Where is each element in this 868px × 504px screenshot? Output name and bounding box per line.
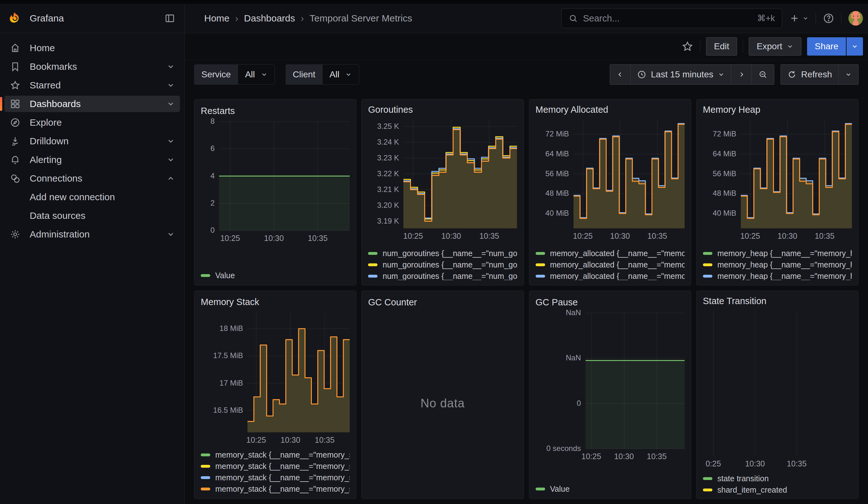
- time-range-picker[interactable]: Last 15 minutes: [630, 65, 731, 84]
- state-transition-chart: 0:2510:3010:35: [703, 311, 852, 471]
- sidebar-item-alerting[interactable]: Alerting: [4, 152, 180, 168]
- panel-memory-stack[interactable]: Memory Stack 16.5 MiB17 MiB17.5 MiB18 Mi…: [194, 290, 356, 499]
- panel-state-transition[interactable]: State Transition 0:2510:3010:35 state tr…: [696, 290, 859, 499]
- top-navigation: Grafana Home › Dashboards › Temporal Ser…: [0, 4, 868, 33]
- share-button[interactable]: Share: [807, 37, 846, 55]
- legend-item[interactable]: state transition: [703, 474, 852, 483]
- legend-item[interactable]: memory_allocated {__name__="memo: [536, 248, 685, 258]
- panel-grid: Restarts 0246810:2510:3010:35 Value Goro…: [194, 99, 859, 499]
- x-tick-label: 10:35: [635, 452, 679, 461]
- sidebar-item-bookmarks[interactable]: Bookmarks: [4, 59, 180, 75]
- export-button[interactable]: Export: [749, 37, 802, 55]
- dashboard-canvas: Service All Client All: [185, 60, 868, 504]
- chevron-up-icon[interactable]: [167, 174, 175, 183]
- y-tick-label: 18 MiB: [201, 324, 243, 333]
- time-controls: Last 15 minutes Refresh: [610, 64, 859, 85]
- sidebar-item-data-sources[interactable]: Data sources: [4, 207, 180, 224]
- legend-item[interactable]: num_goroutines {__name__="num_go: [368, 248, 517, 258]
- legend: Value: [201, 267, 350, 280]
- sidebar-item-dashboards[interactable]: Dashboards: [4, 96, 180, 112]
- legend-label: memory_stack {__name__="memory_s: [215, 462, 350, 471]
- legend-item[interactable]: memory_heap {__name__="memory_h: [703, 248, 852, 258]
- legend-item[interactable]: memory_stack {__name__="memory_s: [201, 461, 350, 471]
- zoom-out-icon: [758, 70, 768, 79]
- legend-item[interactable]: memory_heap {__name__="memory_h: [703, 260, 852, 269]
- chevron-down-icon[interactable]: [167, 63, 175, 71]
- chevron-left-icon: [617, 71, 624, 78]
- edit-button[interactable]: Edit: [706, 37, 737, 55]
- dashboards-icon: [9, 98, 21, 110]
- refresh-button[interactable]: Refresh: [781, 65, 838, 84]
- help-button[interactable]: [823, 13, 834, 24]
- chevron-down-icon: [261, 71, 268, 78]
- legend-label: memory_stack {__name__="memory_s: [215, 484, 350, 494]
- client-variable-select[interactable]: All: [322, 65, 359, 84]
- panel-gc-pause[interactable]: GC Pause 0 seconds0NaNNaN10:2510:3010:35…: [529, 290, 691, 499]
- legend-item[interactable]: Value: [536, 484, 685, 494]
- legend-item[interactable]: memory_heap {__name__="memory_h: [703, 271, 852, 280]
- chevron-down-icon[interactable]: [167, 81, 175, 89]
- time-shift-forward-button[interactable]: [731, 65, 752, 84]
- legend-item[interactable]: memory_stack {__name__="memory_s: [201, 484, 350, 494]
- panel-memory-heap[interactable]: Memory Heap 40 MiB48 MiB56 MiB64 MiB72 M…: [696, 99, 859, 286]
- legend: memory_stack {__name__="memory_s memory_…: [201, 447, 350, 494]
- chevron-down-icon[interactable]: [167, 230, 175, 238]
- no-data-message: No data: [368, 313, 517, 494]
- service-variable-label: Service: [194, 65, 238, 84]
- panel-restarts[interactable]: Restarts 0246810:2510:3010:35 Value: [194, 99, 356, 286]
- favorite-star-button[interactable]: [681, 40, 694, 53]
- plus-icon: [789, 13, 800, 24]
- brand-name: Grafana: [30, 13, 64, 24]
- chevron-down-icon[interactable]: [167, 100, 175, 108]
- sidebar-item-home[interactable]: Home: [4, 40, 180, 56]
- zoom-out-button[interactable]: [752, 65, 774, 84]
- panel-goroutines[interactable]: Goroutines 3.19 K3.20 K3.21 K3.22 K3.23 …: [361, 99, 524, 286]
- refresh-interval-button[interactable]: [838, 65, 858, 84]
- sidebar-item-starred[interactable]: Starred: [4, 77, 180, 93]
- sidebar-item-drilldown[interactable]: Drilldown: [4, 133, 180, 150]
- grafana-logo-icon: [8, 12, 21, 25]
- refresh-group: Refresh: [781, 64, 859, 85]
- service-variable-select[interactable]: All: [238, 65, 274, 84]
- legend-item[interactable]: Value: [201, 271, 350, 280]
- legend-item[interactable]: num_goroutines {__name__="num_go: [368, 260, 517, 269]
- chevron-down-icon[interactable]: [167, 156, 175, 164]
- panel-gc-counter[interactable]: GC Counter No data: [361, 290, 524, 499]
- legend-item[interactable]: memory_stack {__name__="memory_s: [201, 473, 350, 482]
- sidebar-item-label: Dashboards: [30, 99, 81, 109]
- x-tick-label: 10:35: [296, 234, 340, 243]
- sidebar-item-explore[interactable]: Explore: [4, 114, 180, 131]
- panel-title: State Transition: [703, 296, 852, 306]
- x-tick-label: 10:30: [733, 459, 777, 468]
- sidebar-item-administration[interactable]: Administration: [4, 226, 180, 243]
- y-tick-label: 17 MiB: [201, 379, 243, 388]
- legend-item[interactable]: shard_item_created: [703, 485, 852, 495]
- time-shift-back-button[interactable]: [610, 65, 630, 84]
- link-icon: [9, 173, 21, 184]
- sidebar-item-add-new-connection[interactable]: Add new connection: [4, 189, 180, 205]
- user-avatar[interactable]: [848, 11, 863, 25]
- sidebar-item-label: Drilldown: [30, 136, 69, 146]
- legend-item[interactable]: memory_allocated {__name__="memo: [536, 271, 685, 280]
- legend-item[interactable]: memory_allocated {__name__="memo: [536, 260, 685, 269]
- chevron-down-icon[interactable]: [167, 137, 175, 145]
- y-tick-label: 3.22 K: [368, 169, 399, 178]
- legend-item[interactable]: num_goroutines {__name__="num_go: [368, 271, 517, 280]
- search-input[interactable]: [583, 13, 752, 24]
- panel-memory-allocated[interactable]: Memory Allocated 40 MiB48 MiB56 MiB64 Mi…: [529, 99, 691, 286]
- panel-title: Memory Allocated: [536, 104, 685, 115]
- breadcrumb-dashboards[interactable]: Dashboards: [244, 13, 295, 24]
- compass-icon: [9, 117, 21, 128]
- sidebar-item-connections[interactable]: Connections: [4, 170, 180, 187]
- legend-item[interactable]: memory_stack {__name__="memory_s: [201, 450, 350, 460]
- sidebar-item-label: Data sources: [30, 210, 85, 221]
- window-top-strip: [0, 0, 868, 4]
- sidebar-collapse-icon[interactable]: [164, 12, 176, 25]
- divider: [841, 12, 841, 24]
- search-box[interactable]: ⌘+k: [561, 9, 782, 28]
- add-new-button[interactable]: [789, 13, 809, 24]
- share-menu-button[interactable]: [847, 37, 863, 55]
- breadcrumb-home[interactable]: Home: [204, 13, 229, 24]
- legend-label: memory_allocated {__name__="memo: [550, 249, 685, 258]
- y-tick-label: 72 MiB: [703, 130, 736, 138]
